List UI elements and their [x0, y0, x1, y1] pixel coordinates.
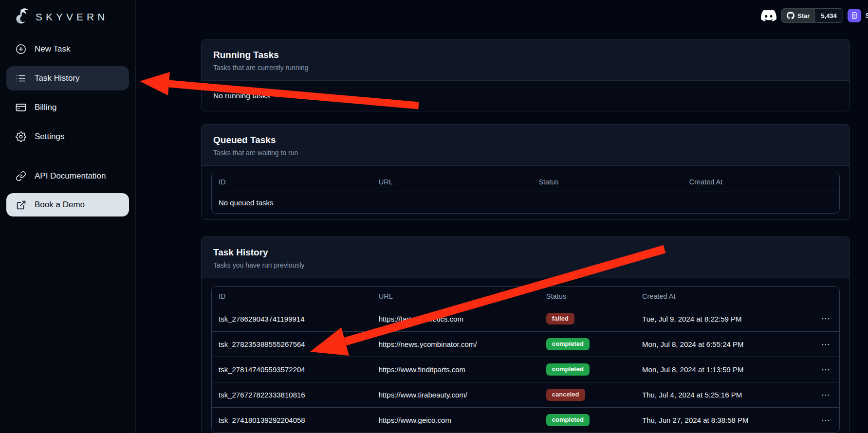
sidebar-item-label: Book a Demo	[35, 200, 85, 210]
task-row[interactable]: tsk_276727822333810816 https://www.tirab…	[212, 382, 839, 407]
task-id-cell: tsk_274180139292204058	[212, 412, 372, 428]
sidebar-item-api-documentation[interactable]: API Documentation	[6, 164, 129, 188]
task-url-cell: https://news.ycombinator.com/	[372, 336, 539, 352]
task-history-header: Task History Tasks you have run previous…	[202, 237, 850, 278]
history-table-body: tsk_278629043741199914 https://tartecosm…	[212, 306, 839, 433]
task-url-cell: https://www.tirabeauty.com/	[372, 387, 539, 403]
sidebar-item-billing[interactable]: Billing	[6, 95, 129, 120]
table-header-row: ID URL Status Created At	[212, 287, 839, 306]
sidebar-item-label: Task History	[35, 73, 80, 83]
task-status-cell: failed	[539, 309, 635, 329]
sidebar-item-task-history[interactable]: Task History	[6, 66, 129, 90]
task-row[interactable]: tsk_278629043741199914 https://tartecosm…	[212, 306, 839, 331]
column-header-created-at: Created At	[683, 174, 839, 190]
link-icon	[15, 171, 27, 181]
task-id-cell: tsk_278629043741199914	[212, 311, 372, 327]
column-header-actions	[807, 292, 839, 300]
card-subtitle: Tasks that are waiting to run	[213, 149, 838, 157]
running-tasks-card: Running Tasks Tasks that are currently r…	[201, 39, 850, 111]
task-history-card: Task History Tasks you have run previous…	[201, 236, 850, 433]
no-queued-tasks-row: No queued tasks	[212, 192, 839, 213]
sidebar-nav: New Task Task History Billing Settings	[6, 37, 129, 216]
column-header-status: Status	[532, 174, 682, 190]
task-status-cell: completed	[539, 410, 635, 430]
status-badge: completed	[546, 414, 590, 426]
task-created-at-cell: Mon, Jul 8, 2024 at 6:55:24 PM	[635, 336, 807, 352]
task-status-cell: canceled	[539, 385, 635, 405]
no-queued-tasks-text: No queued tasks	[212, 195, 839, 211]
column-header-id: ID	[212, 289, 372, 304]
running-tasks-header: Running Tasks Tasks that are currently r…	[202, 39, 850, 81]
ellipsis-icon: ⋯	[821, 314, 831, 324]
task-url-cell: https://tartecosmetics.com	[372, 311, 539, 327]
queued-tasks-table: ID URL Status Created At No queued tasks	[211, 172, 840, 214]
task-history-body: ID URL Status Created At tsk_27862904374…	[202, 278, 850, 433]
card-subtitle: Tasks that are currently running	[213, 64, 838, 72]
column-header-url: URL	[372, 289, 539, 304]
queued-tasks-header: Queued Tasks Tasks that are waiting to r…	[202, 125, 850, 166]
task-row[interactable]: tsk_278235388555267564 https://news.ycom…	[212, 331, 839, 357]
gear-icon	[15, 131, 27, 142]
list-icon	[15, 73, 27, 84]
task-history-table: ID URL Status Created At tsk_27862904374…	[211, 286, 840, 433]
queued-tasks-card: Queued Tasks Tasks that are waiting to r…	[201, 124, 850, 220]
row-menu-button[interactable]: ⋯	[807, 361, 839, 379]
sidebar-item-label: Billing	[35, 103, 56, 112]
book-a-demo-button[interactable]: Book a Demo	[6, 193, 129, 216]
task-id-cell: tsk_278235388555267564	[212, 336, 372, 352]
column-header-id: ID	[212, 174, 372, 190]
plus-circle-icon	[15, 44, 27, 54]
task-id-cell: tsk_276727822333810816	[212, 387, 372, 403]
task-id-cell: tsk_278147405593572204	[212, 361, 372, 378]
ellipsis-icon: ⋯	[821, 340, 831, 349]
brand-name: SKYVERN	[36, 11, 108, 23]
task-status-cell: completed	[539, 334, 635, 354]
external-link-icon	[15, 200, 27, 210]
ellipsis-icon: ⋯	[821, 390, 831, 400]
status-badge: completed	[546, 363, 590, 376]
card-title: Task History	[213, 247, 838, 258]
sidebar: SKYVERN New Task Task History Billing S	[0, 0, 136, 433]
brand-logo: SKYVERN	[6, 5, 129, 37]
sidebar-item-label: Settings	[35, 132, 64, 142]
task-url-cell: https://www.geico.com	[372, 412, 539, 428]
task-row[interactable]: tsk_274180139292204058 https://www.geico…	[212, 407, 839, 433]
row-menu-button[interactable]: ⋯	[807, 309, 839, 328]
task-created-at-cell: Thu, Jun 27, 2024 at 8:38:58 PM	[635, 412, 807, 428]
row-menu-button[interactable]: ⋯	[807, 335, 839, 354]
column-header-created-at: Created At	[635, 289, 807, 304]
no-running-tasks-text: No running tasks	[202, 81, 850, 111]
status-badge: canceled	[546, 389, 585, 401]
status-badge: failed	[546, 313, 574, 325]
row-menu-button[interactable]: ⋯	[807, 386, 839, 404]
queued-tasks-body: ID URL Status Created At No queued tasks	[202, 166, 850, 219]
column-header-url: URL	[372, 174, 532, 190]
sidebar-item-label: New Task	[35, 44, 70, 54]
ellipsis-icon: ⋯	[821, 415, 831, 425]
main-content: Running Tasks Tasks that are currently r…	[136, 0, 868, 433]
sidebar-divider	[7, 156, 128, 156]
task-row[interactable]: tsk_278147405593572204 https://www.findi…	[212, 357, 839, 382]
row-menu-button[interactable]: ⋯	[807, 411, 839, 430]
task-url-cell: https://www.finditparts.com	[372, 361, 539, 378]
sidebar-item-settings[interactable]: Settings	[6, 125, 129, 149]
task-created-at-cell: Mon, Jul 8, 2024 at 1:13:59 PM	[635, 361, 807, 378]
card-subtitle: Tasks you have run previously	[213, 261, 838, 269]
credit-card-icon	[15, 102, 27, 113]
card-title: Running Tasks	[213, 50, 838, 60]
sidebar-item-label: API Documentation	[35, 171, 106, 181]
task-created-at-cell: Thu, Jul 4, 2024 at 5:25:16 PM	[635, 387, 807, 403]
task-created-at-cell: Tue, Jul 9, 2024 at 8:22:59 PM	[635, 311, 807, 327]
ellipsis-icon: ⋯	[821, 365, 831, 375]
task-status-cell: completed	[539, 360, 635, 379]
skyvern-dragon-icon	[9, 6, 32, 28]
status-badge: completed	[546, 338, 590, 350]
sidebar-item-new-task[interactable]: New Task	[6, 37, 129, 61]
card-title: Queued Tasks	[213, 135, 838, 145]
column-header-status: Status	[539, 289, 635, 304]
table-header-row: ID URL Status Created At	[212, 172, 839, 192]
